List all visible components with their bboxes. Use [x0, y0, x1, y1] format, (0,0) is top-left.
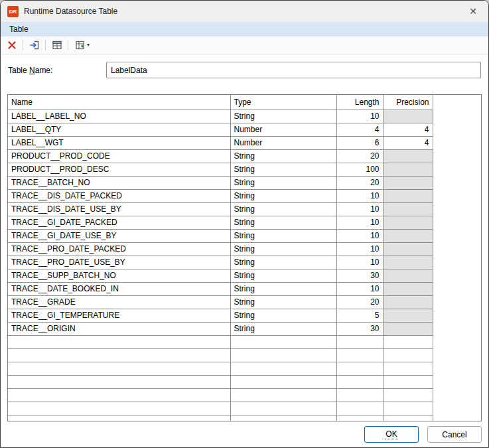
close-icon[interactable]: ✕ — [463, 3, 483, 20]
grid-cell-name[interactable]: LABEL__QTY — [8, 123, 230, 136]
grid-row[interactable]: TRACE__GRADEString20 — [8, 295, 433, 309]
grid-cell-length[interactable]: 30 — [336, 269, 383, 282]
grid-cell-precision[interactable]: 4 — [383, 123, 433, 136]
grid-cell-name[interactable] — [8, 375, 230, 388]
grid-cell-length[interactable]: 6 — [336, 136, 383, 149]
grid-row[interactable]: PRODUCT__PROD_CODEString20 — [8, 149, 433, 163]
grid-cell-precision[interactable] — [383, 229, 433, 242]
grid-cell-precision[interactable] — [383, 110, 433, 123]
grid-cell-type[interactable]: String — [230, 309, 336, 322]
grid-cell-type[interactable]: Number — [230, 136, 336, 149]
grid-row[interactable]: TRACE__SUPP_BATCH_NOString30 — [8, 269, 433, 282]
grid-cell-name[interactable]: TRACE__GI_DATE_USE_BY — [8, 229, 230, 242]
grid-cell-precision[interactable] — [383, 322, 433, 335]
grid-cell-type[interactable]: String — [230, 229, 336, 242]
grid-row[interactable]: TRACE__DATE_BOOKED_INString10 — [8, 282, 433, 295]
ok-button[interactable]: OK — [364, 426, 419, 443]
grid-cell-length[interactable]: 20 — [336, 176, 383, 189]
grid-cell-precision[interactable] — [383, 309, 433, 322]
grid-row[interactable] — [8, 335, 433, 348]
grid-cell-precision[interactable] — [383, 189, 433, 202]
grid-cell-length[interactable]: 20 — [336, 295, 383, 309]
grid-cell-length[interactable] — [336, 388, 383, 402]
grid-cell-type[interactable]: String — [230, 176, 336, 189]
grid-cell-precision[interactable] — [383, 256, 433, 269]
grid-cell-length[interactable] — [336, 335, 383, 348]
grid-cell-name[interactable]: LABEL__LABEL_NO — [8, 110, 230, 123]
grid-cell-name[interactable]: TRACE__DIS_DATE_PACKED — [8, 189, 230, 202]
grid-cell-precision[interactable] — [383, 176, 433, 189]
grid-cell-length[interactable]: 30 — [336, 322, 383, 335]
grid-cell-precision[interactable] — [383, 242, 433, 256]
grid-cell-length[interactable] — [336, 375, 383, 388]
grid-cell-name[interactable]: TRACE__PRO_DATE_USE_BY — [8, 256, 230, 269]
grid-row[interactable]: TRACE__GI_DATE_USE_BYString10 — [8, 229, 433, 242]
grid-row[interactable]: LABEL__QTYNumber44 — [8, 123, 433, 136]
grid-cell-precision[interactable] — [383, 282, 433, 295]
grid-row[interactable]: TRACE__ORIGINString30 — [8, 322, 433, 335]
grid-cell-type[interactable]: String — [230, 295, 336, 309]
grid-cell-type[interactable]: String — [230, 110, 336, 123]
grid-cell-name[interactable]: TRACE__BATCH_NO — [8, 176, 230, 189]
grid-cell-name[interactable]: TRACE__SUPP_BATCH_NO — [8, 269, 230, 282]
grid-cell-precision[interactable] — [383, 362, 433, 375]
grid-cell-precision[interactable] — [383, 202, 433, 216]
grid-cell-name[interactable] — [8, 335, 230, 348]
grid-cell-precision[interactable] — [383, 348, 433, 362]
grid-row[interactable]: TRACE__BATCH_NOString20 — [8, 176, 433, 189]
grid-cell-name[interactable]: TRACE__DATE_BOOKED_IN — [8, 282, 230, 295]
table-name-input[interactable] — [106, 62, 481, 78]
grid-cell-length[interactable]: 100 — [336, 163, 383, 176]
grid-row[interactable] — [8, 362, 433, 375]
grid-cell-name[interactable] — [8, 362, 230, 375]
row-properties-button[interactable] — [49, 38, 64, 52]
grid-cell-type[interactable]: String — [230, 202, 336, 216]
grid-cell-type[interactable]: String — [230, 242, 336, 256]
grid-row[interactable] — [8, 348, 433, 362]
grid-cell-name[interactable]: TRACE__DIS_DATE_USE_BY — [8, 202, 230, 216]
grid-cell-length[interactable] — [336, 348, 383, 362]
grid-cell-type[interactable] — [230, 402, 336, 415]
menu-item-table[interactable]: Table — [7, 24, 31, 35]
grid-cell-name[interactable]: TRACE__PRO_DATE_PACKED — [8, 242, 230, 256]
add-row-button[interactable] — [27, 38, 42, 52]
grid-cell-name[interactable]: PRODUCT__PROD_CODE — [8, 149, 230, 163]
grid-cell-type[interactable] — [230, 335, 336, 348]
grid-cell-name[interactable] — [8, 402, 230, 415]
grid-cell-length[interactable]: 5 — [336, 309, 383, 322]
table-options-dropdown[interactable]: ▾ — [72, 38, 93, 52]
grid-cell-length[interactable] — [336, 402, 383, 415]
grid-cell-precision[interactable] — [383, 216, 433, 229]
grid-cell-name[interactable]: PRODUCT__PROD_DESC — [8, 163, 230, 176]
grid-cell-type[interactable] — [230, 375, 336, 388]
grid-cell-name[interactable]: TRACE__GRADE — [8, 295, 230, 309]
grid-row[interactable]: TRACE__DIS_DATE_PACKEDString10 — [8, 189, 433, 202]
grid-row[interactable]: TRACE__GI_TEMPERATUREString5 — [8, 309, 433, 322]
grid-cell-name[interactable] — [8, 348, 230, 362]
grid-cell-type[interactable]: String — [230, 282, 336, 295]
grid-cell-length[interactable]: 10 — [336, 256, 383, 269]
grid-cell-precision[interactable] — [383, 295, 433, 309]
grid-cell-length[interactable]: 4 — [336, 123, 383, 136]
grid-cell-type[interactable]: String — [230, 216, 336, 229]
grid-cell-precision[interactable]: 4 — [383, 136, 433, 149]
grid-cell-length[interactable]: 10 — [336, 229, 383, 242]
grid-cell-precision[interactable] — [383, 163, 433, 176]
grid-cell-length[interactable]: 10 — [336, 282, 383, 295]
grid-cell-precision[interactable] — [383, 402, 433, 415]
grid-cell-type[interactable]: String — [230, 256, 336, 269]
grid-cell-length[interactable]: 10 — [336, 242, 383, 256]
grid-row[interactable]: LABEL__LABEL_NOString10 — [8, 110, 433, 123]
grid-row[interactable]: LABEL__WGTNumber64 — [8, 136, 433, 149]
grid-cell-precision[interactable] — [383, 149, 433, 163]
grid-row[interactable]: TRACE__PRO_DATE_PACKEDString10 — [8, 242, 433, 256]
grid-cell-type[interactable]: String — [230, 269, 336, 282]
grid-row[interactable]: PRODUCT__PROD_DESCString100 — [8, 163, 433, 176]
grid-cell-precision[interactable] — [383, 335, 433, 348]
grid-cell-precision[interactable] — [383, 375, 433, 388]
grid-cell-name[interactable]: TRACE__GI_DATE_PACKED — [8, 216, 230, 229]
grid-cell-type[interactable] — [230, 348, 336, 362]
grid-cell-type[interactable]: String — [230, 149, 336, 163]
grid-cell-type[interactable] — [230, 415, 336, 421]
grid-cell-length[interactable]: 10 — [336, 189, 383, 202]
